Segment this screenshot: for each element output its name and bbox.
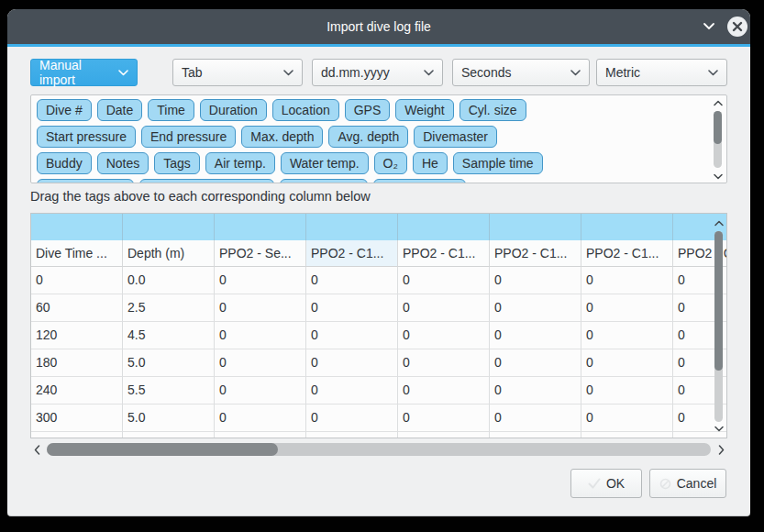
tag-divemaster[interactable]: Divemaster <box>414 126 497 148</box>
tag-cyl-size[interactable]: Cyl. size <box>460 99 526 121</box>
combo-field-separator[interactable]: Tab <box>172 59 303 86</box>
tag-date[interactable]: Date <box>97 99 143 121</box>
tag-weight[interactable]: Weight <box>395 99 453 121</box>
scroll-down-icon[interactable] <box>713 423 725 434</box>
ok-button[interactable]: OK <box>570 469 642 498</box>
tag-sample-depth[interactable]: Sample depth <box>37 179 134 183</box>
table-cell: 240 <box>31 377 123 405</box>
scroll-down-icon[interactable] <box>712 171 724 182</box>
table-cell: 0 <box>398 267 490 294</box>
table-vertical-scrollbar[interactable] <box>713 216 725 436</box>
scroll-up-icon[interactable] <box>712 97 724 108</box>
table-row: 602.5000000 <box>31 294 727 322</box>
table-cell: 0 <box>306 377 398 405</box>
tag-gps[interactable]: GPS <box>345 99 391 121</box>
tag-end-pressure[interactable]: End pressure <box>141 126 236 148</box>
chevron-down-icon[interactable] <box>701 20 717 33</box>
column-drop-target[interactable] <box>31 214 123 240</box>
tag-buddy[interactable]: Buddy <box>37 152 92 174</box>
scroll-left-icon[interactable] <box>30 443 43 456</box>
table-cell: 0 <box>398 294 490 322</box>
table-cell: 0 <box>490 267 581 294</box>
tag-sample-temperature[interactable]: Sample temperature <box>139 179 274 183</box>
titlebar-accent-line <box>7 44 750 47</box>
combo-import-source[interactable]: Manual import <box>30 59 138 86</box>
tag-o[interactable]: O₂ <box>374 152 407 174</box>
tag-row: BuddyNotesTagsAir temp.Water temp.O₂HeSa… <box>37 152 721 174</box>
table-horizontal-scrollbar[interactable] <box>30 441 727 458</box>
column-header[interactable]: PPO2 - C1... <box>398 240 490 267</box>
cancel-label: Cancel <box>677 476 717 491</box>
chevron-down-icon <box>708 70 718 76</box>
close-icon <box>732 21 743 32</box>
table-cell <box>215 432 306 438</box>
combo-units[interactable]: Metric <box>596 59 727 86</box>
tagpool-vertical-scrollbar[interactable] <box>712 97 724 182</box>
table-cell: 0 <box>215 294 306 322</box>
column-header[interactable]: PPO2 - C1... <box>490 240 581 267</box>
table-cell: 0 <box>490 349 581 377</box>
tag-water-temp[interactable]: Water temp. <box>281 152 369 174</box>
tag-air-temp[interactable]: Air temp. <box>205 152 275 174</box>
tag-row: Dive #DateTimeDurationLocationGPSWeightC… <box>37 99 721 121</box>
column-drop-target[interactable] <box>490 214 581 240</box>
tag-row: Sample depthSample temperatureSample pO₂… <box>37 179 721 183</box>
table-cell: 0 <box>215 377 306 405</box>
column-header[interactable]: Depth (m) <box>123 240 215 267</box>
tag-he[interactable]: He <box>413 152 448 174</box>
cancel-circle-icon <box>659 478 671 490</box>
column-header[interactable]: Dive Time ... <box>31 240 123 267</box>
table-row: 2405.5000000 <box>31 377 727 405</box>
scroll-up-icon[interactable] <box>713 217 725 228</box>
tag-avg-depth[interactable]: Avg. depth <box>328 126 408 148</box>
titlebar[interactable]: Import dive log file <box>7 9 750 44</box>
tag-sample-po[interactable]: Sample pO₂ <box>280 179 367 183</box>
table-cell: 0 <box>306 322 398 349</box>
column-header[interactable]: PPO2 - C1... <box>581 240 673 267</box>
scroll-right-icon[interactable] <box>714 443 727 456</box>
drop-target-row <box>31 214 727 240</box>
table-cell: 5.0 <box>123 405 215 432</box>
column-header[interactable]: PPO2 - Se... <box>215 240 306 267</box>
tag-start-pressure[interactable]: Start pressure <box>37 126 136 148</box>
table-cell: 0 <box>398 377 490 405</box>
table-cell: 0 <box>306 405 398 432</box>
tag-sample-cns[interactable]: Sample CNS <box>373 179 466 183</box>
table-cell: 0 <box>581 349 673 377</box>
table-cell: 0 <box>398 405 490 432</box>
tag-time[interactable]: Time <box>148 99 194 121</box>
chevron-down-icon <box>424 70 434 76</box>
table-cell: 120 <box>31 322 123 349</box>
tag-location[interactable]: Location <box>272 99 339 121</box>
tag-dive[interactable]: Dive # <box>37 99 92 121</box>
column-drop-target[interactable] <box>398 214 490 240</box>
import-dialog: Import dive log file Manual import Tab d… <box>7 9 750 516</box>
tag-pool: Dive #DateTimeDurationLocationGPSWeightC… <box>30 94 727 183</box>
tag-max-depth[interactable]: Max. depth <box>241 126 323 148</box>
table-cell: 0 <box>581 322 673 349</box>
preview-table: Dive Time ...Depth (m)PPO2 - Se...PPO2 -… <box>30 213 727 438</box>
table-row: 1805.0000000 <box>31 349 727 377</box>
close-button[interactable] <box>727 17 747 37</box>
combo-label: Manual import <box>39 58 111 87</box>
cancel-button[interactable]: Cancel <box>649 469 726 498</box>
combo-time-format[interactable]: Seconds <box>452 59 590 86</box>
column-drop-target[interactable] <box>123 214 215 240</box>
tag-tags[interactable]: Tags <box>154 152 200 174</box>
table-cell: 0 <box>215 267 306 294</box>
column-drop-target[interactable] <box>215 214 306 240</box>
column-drop-target[interactable] <box>306 214 398 240</box>
tag-notes[interactable]: Notes <box>97 152 149 174</box>
tag-duration[interactable]: Duration <box>200 99 267 121</box>
scrollbar-thumb[interactable] <box>714 111 722 144</box>
scrollbar-thumb[interactable] <box>47 443 278 456</box>
tag-sample-time[interactable]: Sample time <box>453 152 543 174</box>
table-row-partial <box>31 432 727 438</box>
column-header[interactable]: PPO2 - C1... <box>306 240 398 267</box>
combo-label: Tab <box>182 65 203 80</box>
combo-date-format[interactable]: dd.mm.yyyy <box>312 59 443 86</box>
combo-label: Metric <box>605 65 640 80</box>
table-cell: 0 <box>490 294 581 322</box>
column-drop-target[interactable] <box>581 214 673 240</box>
scrollbar-thumb[interactable] <box>714 231 723 371</box>
